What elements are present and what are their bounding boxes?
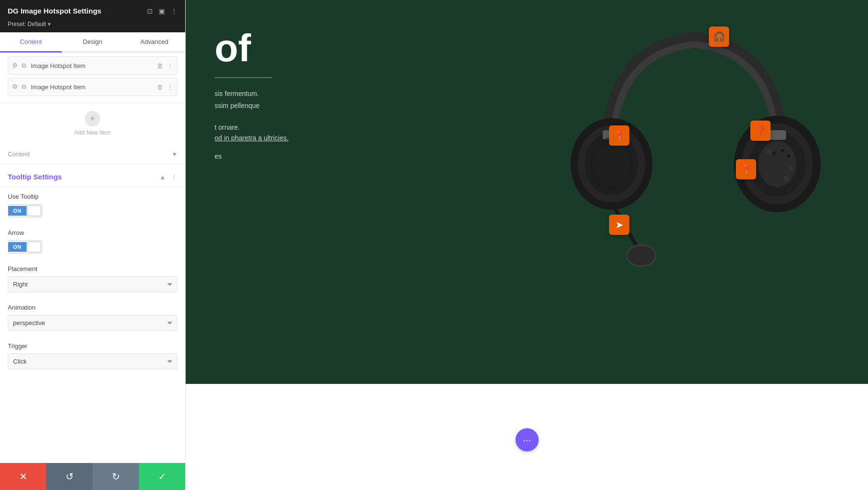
toggle-on-label: ON xyxy=(8,206,27,216)
tooltip-more-icon[interactable]: ⋮ xyxy=(171,173,177,181)
canvas-large-text: of xyxy=(215,29,288,68)
main-content: of sis fermentum. ssim pellenque t ornar… xyxy=(186,0,868,490)
hotspot-left-icon: 📍 xyxy=(613,130,625,141)
delete-icon[interactable]: 🗑 xyxy=(157,83,163,91)
item-label-2: Image Hotspot Item xyxy=(31,83,157,91)
svg-point-7 xyxy=(758,141,797,187)
hotspot-mic[interactable]: ➤ xyxy=(609,215,629,235)
canvas-cta-text: od in pharetra a ultricies. xyxy=(215,134,288,142)
add-new-item[interactable]: + Add New Item xyxy=(0,103,185,144)
canvas-divider xyxy=(215,77,272,78)
settings-icon[interactable]: ⚙ xyxy=(12,62,18,69)
toggle-thumb xyxy=(27,205,41,216)
save-button[interactable]: ✓ xyxy=(139,463,185,490)
svg-point-20 xyxy=(780,149,784,152)
delete-icon[interactable]: 🗑 xyxy=(157,62,163,69)
hotspot-top[interactable]: 🎧 xyxy=(709,27,729,47)
items-list: ⚙ ⧉ Image Hotspot Item 🗑 ⋮ ⚙ ⧉ Image Hot… xyxy=(0,53,185,103)
layout-icon[interactable]: ▣ xyxy=(159,7,165,15)
svg-point-8 xyxy=(766,149,772,155)
content-section-title: Content xyxy=(8,150,30,158)
hotspot-right[interactable]: ❓ xyxy=(750,121,771,141)
use-tooltip-row: Use Tooltip ON xyxy=(0,187,185,223)
item-row-actions: 🗑 ⋮ xyxy=(157,83,173,91)
item-row-actions: 🗑 ⋮ xyxy=(157,62,173,69)
svg-point-21 xyxy=(787,154,791,158)
save-icon: ✓ xyxy=(158,471,166,482)
settings-panel: DG Image Hotspot Settings ⊡ ▣ ⋮ Preset: … xyxy=(0,0,186,490)
panel-title: DG Image Hotspot Settings xyxy=(8,7,101,15)
svg-point-17 xyxy=(627,245,656,266)
canvas-text-overlay: of sis fermentum. ssim pellenque t ornar… xyxy=(186,0,317,182)
panel-header-icons: ⊡ ▣ ⋮ xyxy=(147,7,177,15)
fab-icon: ··· xyxy=(523,435,531,446)
svg-rect-14 xyxy=(769,130,786,140)
more-icon[interactable]: ⋮ xyxy=(171,7,177,15)
copy-icon[interactable]: ⧉ xyxy=(22,83,26,91)
item-row: ⚙ ⧉ Image Hotspot Item 🗑 ⋮ xyxy=(8,78,177,96)
preset-label: Preset: Default xyxy=(8,21,46,27)
cancel-icon: ✕ xyxy=(19,471,27,482)
tooltip-settings-header: Tooltip Settings ▲ ⋮ xyxy=(0,165,185,187)
trigger-row: Trigger Click Hover xyxy=(0,337,185,375)
item-row: ⚙ ⧉ Image Hotspot Item 🗑 ⋮ xyxy=(8,56,177,75)
use-tooltip-label: Use Tooltip xyxy=(8,193,177,200)
responsive-icon[interactable]: ⊡ xyxy=(147,7,153,15)
arrow-toggle[interactable]: ON xyxy=(8,240,42,254)
placement-row: Placement Right Left Top Bottom xyxy=(0,259,185,298)
tab-design[interactable]: Design xyxy=(62,32,123,52)
content-section-arrow[interactable]: ▼ xyxy=(172,151,177,158)
placement-label: Placement xyxy=(8,265,177,272)
hotspot-top-icon: 🎧 xyxy=(713,31,725,42)
cancel-button[interactable]: ✕ xyxy=(0,463,46,490)
item-label-1: Image Hotspot Item xyxy=(31,62,157,69)
add-new-circle-icon: + xyxy=(85,111,100,126)
tooltip-settings-title: Tooltip Settings xyxy=(8,173,62,181)
hotspot-right-icon: ❓ xyxy=(755,125,767,136)
tabs-bar: Content Design Advanced xyxy=(0,32,185,53)
tab-advanced[interactable]: Advanced xyxy=(123,32,185,52)
redo-icon: ↻ xyxy=(112,471,120,482)
tab-content[interactable]: Content xyxy=(0,32,62,53)
arrow-row: Arrow ON xyxy=(0,223,185,259)
arrow-toggle-on-label: ON xyxy=(8,242,27,252)
redo-button[interactable]: ↻ xyxy=(93,463,139,490)
copy-icon[interactable]: ⧉ xyxy=(22,62,26,69)
hotspot-bottom-right-icon: 📍 xyxy=(740,163,752,175)
fab-button[interactable]: ··· xyxy=(515,428,539,451)
tooltip-settings-actions: ▲ ⋮ xyxy=(159,173,177,181)
arrow-toggle-thumb xyxy=(27,242,41,252)
arrow-label: Arrow xyxy=(8,229,177,236)
canvas-link-text: t ornare. xyxy=(215,122,288,134)
animation-row: Animation perspective shift-away shift-t… xyxy=(0,298,185,337)
hotspot-bottom-right[interactable]: 📍 xyxy=(736,159,756,179)
bottom-area: ··· xyxy=(186,384,868,490)
settings-icon[interactable]: ⚙ xyxy=(12,83,18,91)
content-section-header: Content ▼ xyxy=(0,144,185,165)
more-icon[interactable]: ⋮ xyxy=(167,62,173,69)
undo-button[interactable]: ↺ xyxy=(46,463,93,490)
svg-point-12 xyxy=(783,176,789,181)
trigger-select[interactable]: Click Hover xyxy=(8,354,177,369)
headphone-image xyxy=(559,10,829,299)
preset-caret[interactable]: ▾ xyxy=(48,21,51,27)
panel-header: DG Image Hotspot Settings ⊡ ▣ ⋮ xyxy=(0,0,185,19)
add-new-label: Add New Item xyxy=(74,129,110,136)
svg-point-11 xyxy=(788,165,793,170)
bottom-toolbar: ✕ ↺ ↻ ✓ xyxy=(0,463,185,490)
hotspot-left[interactable]: 📍 xyxy=(609,125,629,146)
preset-bar: Preset: Default ▾ xyxy=(0,19,185,32)
animation-label: Animation xyxy=(8,304,177,311)
item-row-icons: ⚙ ⧉ xyxy=(12,62,26,69)
canvas-list-text: es xyxy=(215,150,288,163)
canvas-body-text-1: sis fermentum. ssim pellenque xyxy=(215,88,288,112)
hotspot-mic-icon: ➤ xyxy=(615,219,624,231)
collapse-icon[interactable]: ▲ xyxy=(159,173,166,181)
canvas-area: of sis fermentum. ssim pellenque t ornar… xyxy=(186,0,868,384)
more-icon[interactable]: ⋮ xyxy=(167,83,173,91)
use-tooltip-toggle[interactable]: ON xyxy=(8,204,42,218)
svg-point-19 xyxy=(772,151,776,155)
panel-body: ⚙ ⧉ Image Hotspot Item 🗑 ⋮ ⚙ ⧉ Image Hot… xyxy=(0,53,185,490)
animation-select[interactable]: perspective shift-away shift-toward scal… xyxy=(8,315,177,331)
placement-select[interactable]: Right Left Top Bottom xyxy=(8,276,177,292)
